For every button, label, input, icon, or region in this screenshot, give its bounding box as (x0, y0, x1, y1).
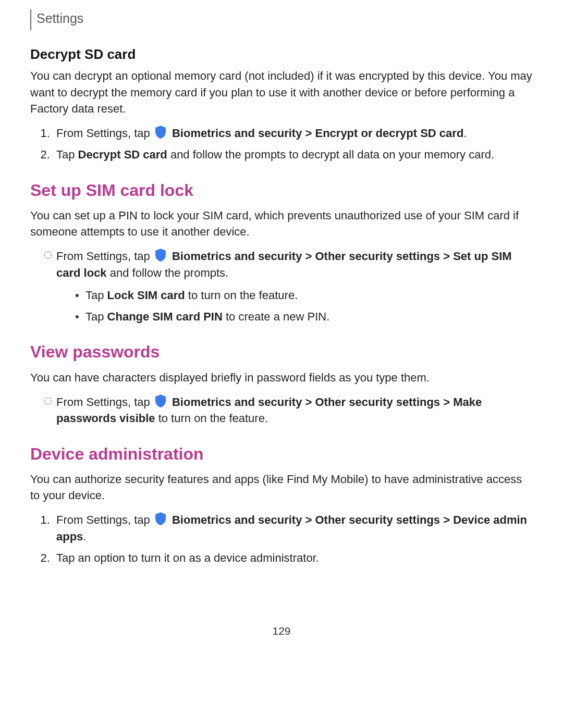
step-text: Tap an option to turn it on as a device … (56, 551, 319, 564)
list-item: Tap Decrypt SD card and follow the promp… (53, 146, 533, 163)
step-bold: Lock SIM card (107, 289, 185, 302)
decrypt-steps-list: From Settings, tap Biometrics and securi… (30, 125, 533, 163)
devadmin-steps-list: From Settings, tap Biometrics and securi… (30, 512, 533, 566)
shield-icon (154, 248, 167, 262)
decrypt-intro-text: You can decrypt an optional memory card … (30, 68, 533, 117)
shield-icon (154, 512, 167, 526)
step-suffix: to create a new PIN. (223, 310, 329, 323)
step-bold: Decrypt SD card (78, 148, 167, 161)
devadmin-intro-text: You can authorize security features and … (30, 471, 533, 503)
heading-decrypt-sd-card: Decrypt SD card (30, 45, 533, 64)
list-item: Tap an option to turn it on as a device … (53, 550, 533, 566)
step-suffix: . (83, 530, 86, 543)
heading-view-passwords: View passwords (30, 340, 533, 364)
shield-icon (154, 394, 167, 408)
list-item: Tap Change SIM card PIN to create a new … (75, 309, 533, 325)
step-text: Tap (85, 310, 107, 323)
page-number: 129 (30, 623, 533, 639)
step-bold: Change SIM card PIN (107, 310, 223, 323)
step-text: From Settings, tap (56, 127, 153, 140)
viewpw-steps-list: From Settings, tap Biometrics and securi… (30, 394, 533, 426)
step-text: From Settings, tap (56, 513, 153, 526)
sim-intro-text: You can set up a PIN to lock your SIM ca… (30, 207, 533, 240)
step-text: From Settings, tap (56, 396, 153, 409)
sim-substeps-list: Tap Lock SIM card to turn on the feature… (56, 287, 533, 325)
step-suffix: to turn on the feature. (155, 412, 268, 425)
list-item: From Settings, tap Biometrics and securi… (44, 248, 533, 325)
step-suffix: and follow the prompts to decrypt all da… (167, 148, 494, 161)
step-text: From Settings, tap (56, 250, 153, 263)
step-suffix: to turn on the feature. (185, 289, 298, 302)
list-item: Tap Lock SIM card to turn on the feature… (75, 287, 533, 303)
step-suffix: and follow the prompts. (107, 266, 229, 279)
heading-device-administration: Device administration (30, 442, 533, 466)
step-text: Tap (56, 148, 78, 161)
list-item: From Settings, tap Biometrics and securi… (44, 394, 533, 426)
list-item: From Settings, tap Biometrics and securi… (53, 512, 533, 544)
step-bold: Biometrics and security > Encrypt or dec… (172, 127, 463, 140)
list-item: From Settings, tap Biometrics and securi… (53, 125, 533, 141)
step-suffix: . (463, 127, 467, 140)
heading-sim-card-lock: Set up SIM card lock (30, 179, 533, 202)
viewpw-intro-text: You can have characters displayed briefl… (30, 369, 533, 386)
sim-steps-list: From Settings, tap Biometrics and securi… (30, 248, 533, 325)
shield-icon (154, 125, 167, 139)
step-text: Tap (85, 289, 107, 302)
breadcrumb: Settings (30, 9, 533, 30)
